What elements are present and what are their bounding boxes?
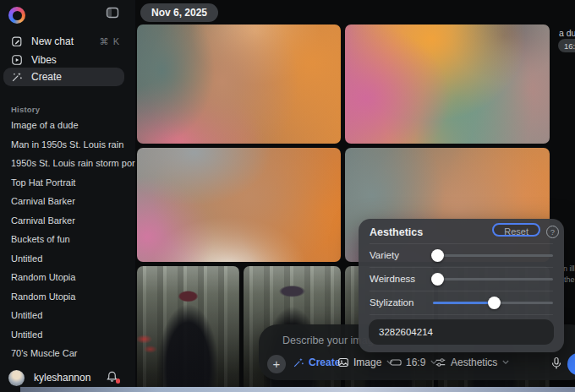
user-avatar (8, 370, 25, 386)
slider-thumb[interactable] (431, 249, 444, 262)
sidebar: New chat ⌘ K Vibes Create History Image … (0, 0, 135, 392)
vibes-icon (11, 54, 23, 66)
history-item[interactable]: Image of a dude (0, 120, 135, 131)
create-wand-icon (11, 71, 23, 83)
create-button-label: Create (309, 357, 340, 368)
new-chat-shortcut: ⌘ K (100, 36, 120, 47)
slider-thumb[interactable] (431, 273, 444, 286)
seed-input[interactable] (369, 319, 554, 345)
stylization-slider[interactable] (433, 297, 553, 309)
aspect-ratio-dropdown[interactable]: 16:9 (390, 357, 437, 368)
history-item[interactable]: Buckets of fun (0, 234, 135, 245)
history-item[interactable]: Untitled (0, 253, 135, 264)
vibes-label: Vibes (31, 54, 57, 66)
reset-button[interactable]: Reset (492, 223, 540, 237)
image-icon (337, 357, 349, 368)
variety-slider[interactable] (433, 249, 553, 262)
aspect-ratio-icon (390, 357, 402, 368)
send-button[interactable] (567, 353, 575, 375)
add-attachment-button[interactable]: + (267, 355, 286, 373)
generated-image-3[interactable] (137, 148, 341, 262)
app-logo-icon[interactable] (8, 7, 25, 24)
divider (370, 291, 553, 291)
variety-slider-row: Variety (370, 249, 553, 262)
aesthetics-dropdown-label: Aesthetics (451, 357, 497, 368)
weirdness-label: Weirdness (370, 274, 415, 284)
microphone-icon[interactable] (550, 356, 563, 371)
stylization-slider-row: Stylization (370, 297, 553, 309)
divider (370, 267, 553, 268)
right-panel-text-fragment: the (564, 275, 575, 284)
user-name: kyleshannon (34, 372, 90, 384)
right-panel-text-fragment: n ill (563, 264, 575, 273)
aesthetics-panel: Aesthetics Reset ? Variety Weirdness Sty… (359, 219, 564, 352)
weirdness-slider[interactable] (433, 273, 553, 286)
history-item[interactable]: Top Hat Portrait (0, 177, 135, 188)
date-badge: Nov 6, 2025 (140, 3, 218, 22)
history-item[interactable]: Untitled (0, 310, 135, 321)
user-account-row[interactable]: kyleshannon (0, 367, 135, 389)
chevron-down-icon (502, 360, 509, 365)
create-wand-icon (293, 357, 304, 368)
generated-image-2[interactable] (345, 24, 550, 144)
image-mode-dropdown[interactable]: Image (337, 357, 393, 368)
history-list: Image of a dude Man in 1950s St. Louis r… (0, 120, 135, 359)
history-item[interactable]: Carnival Barker (0, 196, 135, 207)
right-panel-aspect-badge: 16:9 (558, 39, 575, 52)
divider (370, 243, 553, 244)
create-button[interactable]: Create (293, 357, 340, 368)
variety-label: Variety (370, 250, 399, 260)
sliders-icon (435, 357, 446, 368)
history-item[interactable]: Carnival Barker (0, 215, 135, 226)
aspect-ratio-label: 16:9 (406, 357, 425, 368)
sidebar-item-new-chat[interactable]: New chat ⌘ K (0, 32, 135, 51)
history-item[interactable]: Man in 1950s St. Louis rain (0, 139, 135, 150)
stylization-label: Stylization (370, 297, 413, 308)
history-item[interactable]: Untitled (0, 329, 135, 340)
sidebar-collapse-icon[interactable] (105, 6, 120, 19)
history-header: History (11, 105, 40, 114)
help-icon[interactable]: ? (546, 226, 559, 238)
sidebar-item-vibes[interactable]: Vibes (0, 51, 135, 69)
new-chat-icon (11, 35, 23, 47)
weirdness-slider-row: Weirdness (370, 273, 553, 286)
generated-image-5[interactable] (137, 266, 239, 392)
generated-image-1[interactable] (137, 24, 341, 144)
create-label: Create (31, 71, 62, 83)
underlying-window-edge (20, 387, 575, 392)
notification-badge (116, 378, 121, 384)
aesthetics-panel-title: Aesthetics (370, 226, 423, 238)
new-chat-label: New chat (31, 35, 74, 47)
image-mode-label: Image (353, 357, 381, 368)
history-item[interactable]: 1950s St. Louis rain storm por... (0, 158, 135, 169)
history-item[interactable]: Random Utopia (0, 272, 135, 283)
history-item[interactable]: Random Utopia (0, 291, 135, 302)
right-panel-prompt-text: a dude (559, 28, 575, 38)
divider (370, 314, 553, 315)
slider-thumb[interactable] (488, 297, 501, 309)
aesthetics-dropdown[interactable]: Aesthetics (435, 357, 509, 368)
sidebar-item-create[interactable]: Create (3, 68, 124, 86)
history-item[interactable]: 70's Muscle Car (0, 348, 135, 359)
